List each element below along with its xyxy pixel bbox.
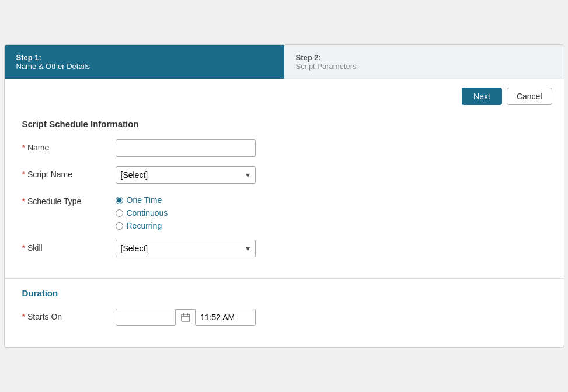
step1-tab[interactable]: Step 1: Name & Other Details [5,45,284,79]
next-button[interactable]: Next [462,88,502,105]
calendar-button[interactable] [176,309,195,326]
schedule-type-row: * Schedule Type One Time Continuous Rec [22,193,546,230]
starts-on-row: * Starts On [22,309,546,326]
step1-name: Name & Other Details [16,62,273,71]
skill-select[interactable]: [Select] [116,240,256,257]
script-name-label: * Script Name [22,166,116,179]
script-name-control: [Select] [116,166,256,184]
script-schedule-section: Script Schedule Information * Name * Scr… [5,113,564,279]
skill-required-star: * [22,243,25,253]
script-name-select[interactable]: [Select] [116,166,256,184]
starts-on-label: * Starts On [22,309,116,321]
script-name-row: * Script Name [Select] [22,166,546,184]
script-name-required-star: * [22,170,25,179]
schedule-type-label: * Schedule Type [22,193,116,206]
section-title: Script Schedule Information [22,119,546,129]
starts-on-inputs [116,309,256,326]
starts-on-date-input[interactable] [116,309,176,326]
name-label: * Name [22,139,116,152]
radio-one-time-input[interactable] [116,197,123,204]
step2-name: Script Parameters [296,62,552,71]
starts-on-time-input[interactable] [195,309,256,326]
starts-on-control [116,309,256,326]
calendar-icon [181,313,190,322]
step1-number: Step 1: [16,53,273,62]
step2-tab[interactable]: Step 2: Script Parameters [284,45,564,79]
duration-title: Duration [22,288,546,298]
step-header: Step 1: Name & Other Details Step 2: Scr… [5,45,564,79]
toolbar: Next Cancel [5,79,564,113]
cancel-button[interactable]: Cancel [507,88,552,105]
duration-section: Duration * Starts On [5,279,564,347]
starts-on-required-star: * [22,312,25,321]
skill-label-text: Skill [27,243,43,253]
schedule-type-control: One Time Continuous Recurring [116,193,256,230]
skill-control: [Select] [116,240,256,257]
radio-continuous-input[interactable] [116,209,123,217]
name-required-star: * [22,143,25,152]
modal-container: Step 1: Name & Other Details Step 2: Scr… [4,44,564,348]
starts-on-label-text: Starts On [27,312,62,321]
name-row: * Name [22,139,546,157]
script-name-label-text: Script Name [27,170,72,179]
schedule-type-label-text: Schedule Type [27,197,81,206]
radio-recurring[interactable]: Recurring [116,221,256,230]
svg-rect-0 [182,314,190,321]
radio-one-time-label: One Time [127,195,162,205]
schedule-type-radio-group: One Time Continuous Recurring [116,193,256,230]
schedule-type-required-star: * [22,197,25,206]
skill-label: * Skill [22,240,116,253]
step2-number: Step 2: [296,53,552,62]
skill-row: * Skill [Select] [22,240,546,257]
skill-select-wrapper: [Select] [116,240,256,257]
name-control [116,139,256,157]
script-name-select-wrapper: [Select] [116,166,256,184]
radio-continuous-label: Continuous [127,208,168,218]
name-input[interactable] [116,139,256,157]
radio-recurring-input[interactable] [116,222,123,230]
radio-one-time[interactable]: One Time [116,195,256,205]
radio-continuous[interactable]: Continuous [116,208,256,218]
name-label-text: Name [27,143,49,152]
radio-recurring-label: Recurring [127,221,162,230]
